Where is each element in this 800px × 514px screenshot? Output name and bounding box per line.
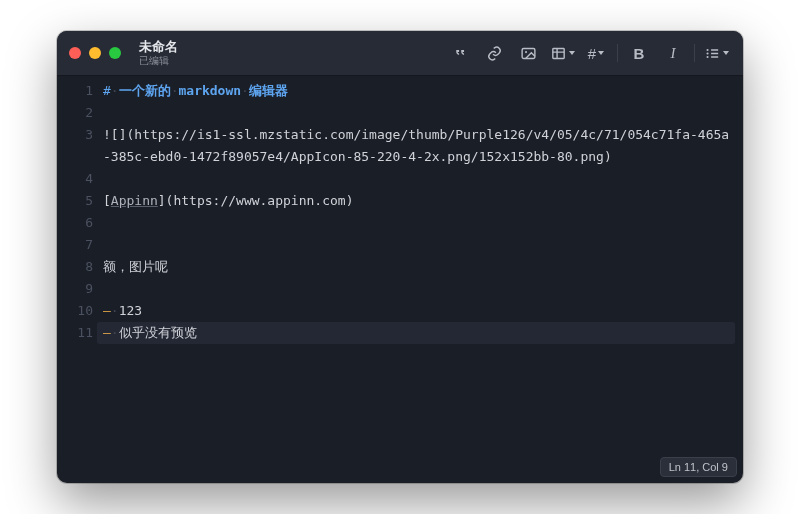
toolbar: # B I — [445, 40, 731, 66]
line-number: 6 — [57, 212, 93, 234]
md-bracket: [ — [103, 193, 111, 208]
traffic-lights — [69, 47, 121, 59]
md-url: https://is1-ssl.mzstatic.com/image/thumb… — [103, 127, 729, 164]
line-number: 2 — [57, 102, 93, 124]
line-number: 7 — [57, 234, 93, 256]
h1-text: markdown — [178, 83, 241, 98]
image-icon — [520, 45, 537, 62]
table-button[interactable] — [547, 40, 577, 66]
line-gutter: 1 2 3 4 5 6 7 8 9 10 11 — [57, 80, 103, 483]
chevron-down-icon — [598, 51, 604, 55]
bold-button[interactable]: B — [624, 40, 654, 66]
md-image-prefix: ![]( — [103, 127, 134, 142]
text: 似乎没有预览 — [119, 325, 197, 340]
code-line[interactable]: #·一个新的·markdown·编辑器 — [103, 80, 735, 102]
code-line[interactable] — [103, 278, 735, 300]
toolbar-separator — [694, 44, 695, 62]
text: 额，图片呢 — [103, 259, 168, 274]
code-line[interactable] — [103, 234, 735, 256]
md-bracket: ]( — [158, 193, 174, 208]
md-bracket: ) — [346, 193, 354, 208]
md-image-suffix: ) — [604, 149, 612, 164]
code-line[interactable] — [103, 168, 735, 190]
svg-point-7 — [706, 55, 708, 57]
titlebar: 未命名 已编辑 # B — [57, 31, 743, 76]
hash-icon: # — [588, 45, 596, 62]
statusbar-wrap: Ln 11, Col 9 — [660, 457, 737, 477]
chevron-down-icon — [569, 51, 575, 55]
list-icon — [704, 45, 721, 62]
quote-button[interactable] — [445, 40, 475, 66]
code-line[interactable]: 额，图片呢 — [103, 256, 735, 278]
md-url: https://www.appinn.com — [173, 193, 345, 208]
svg-point-6 — [706, 52, 708, 54]
minimize-button[interactable] — [89, 47, 101, 59]
document-title: 未命名 — [139, 40, 178, 55]
document-status: 已编辑 — [139, 55, 178, 67]
svg-point-5 — [706, 48, 708, 50]
space-dot: · — [111, 325, 119, 340]
link-button[interactable] — [479, 40, 509, 66]
h1-text: 一个新的 — [119, 83, 171, 98]
bullet-marker: – — [103, 303, 111, 318]
italic-icon: I — [671, 45, 676, 62]
space-dot: · — [241, 83, 249, 98]
image-button[interactable] — [513, 40, 543, 66]
bullet-marker: – — [103, 325, 111, 340]
heading-button[interactable]: # — [581, 40, 611, 66]
list-button[interactable] — [701, 40, 731, 66]
table-icon — [550, 45, 567, 62]
chevron-down-icon — [723, 51, 729, 55]
line-number: 1 — [57, 80, 93, 102]
code-line[interactable]: ![](https://is1-ssl.mzstatic.com/image/t… — [103, 124, 735, 168]
title-wrap: 未命名 已编辑 — [139, 40, 178, 66]
h1-text: 编辑器 — [249, 83, 288, 98]
bold-icon: B — [634, 45, 645, 62]
space-dot: · — [111, 83, 119, 98]
md-link-name: Appinn — [111, 193, 158, 208]
line-number: 3 — [57, 124, 93, 168]
editor-window: 未命名 已编辑 # B — [57, 31, 743, 483]
space-dot: · — [111, 303, 119, 318]
line-number: 5 — [57, 190, 93, 212]
editor-area[interactable]: 1 2 3 4 5 6 7 8 9 10 11 #·一个新的·markdown·… — [57, 76, 743, 483]
text: 123 — [119, 303, 142, 318]
line-number: 4 — [57, 168, 93, 190]
italic-button[interactable]: I — [658, 40, 688, 66]
toolbar-separator — [617, 44, 618, 62]
code-line[interactable] — [103, 212, 735, 234]
cursor-position: Ln 11, Col 9 — [660, 457, 737, 477]
md-hash: # — [103, 83, 111, 98]
code-line[interactable]: –·123 — [103, 300, 735, 322]
code-content[interactable]: #·一个新的·markdown·编辑器 ![](https://is1-ssl.… — [103, 80, 743, 483]
line-number: 11 — [57, 322, 93, 344]
line-number: 10 — [57, 300, 93, 322]
quote-icon — [452, 45, 469, 62]
svg-rect-2 — [552, 48, 563, 58]
line-number: 8 — [57, 256, 93, 278]
svg-point-1 — [524, 51, 526, 53]
link-icon — [486, 45, 503, 62]
close-button[interactable] — [69, 47, 81, 59]
code-line[interactable] — [103, 102, 735, 124]
line-number: 9 — [57, 278, 93, 300]
code-line[interactable]: –·似乎没有预览 — [97, 322, 735, 344]
maximize-button[interactable] — [109, 47, 121, 59]
code-line[interactable]: [Appinn](https://www.appinn.com) — [103, 190, 735, 212]
